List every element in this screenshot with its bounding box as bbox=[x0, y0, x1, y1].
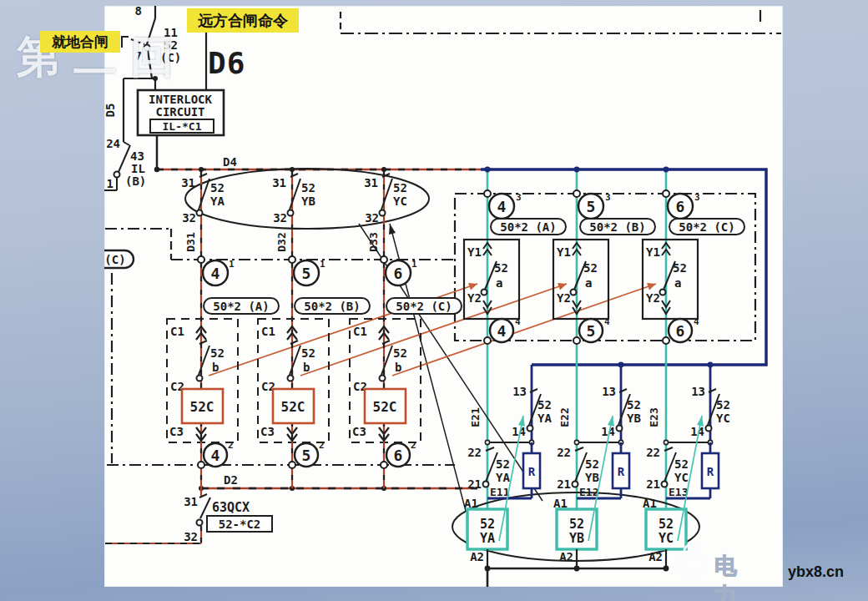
svg-text:YB: YB bbox=[585, 471, 599, 484]
svg-text:52: 52 bbox=[673, 261, 687, 275]
svg-text:YC: YC bbox=[393, 194, 407, 208]
svg-text:21: 21 bbox=[557, 477, 571, 491]
svg-text:50*2 (B): 50*2 (B) bbox=[589, 220, 645, 234]
svg-text:31: 31 bbox=[272, 176, 286, 189]
svg-text:YB: YB bbox=[301, 194, 315, 208]
interlock-circuit-box: INTERLOCK CIRCUIT IL-*C1 bbox=[138, 90, 224, 135]
svg-text:52C: 52C bbox=[281, 399, 305, 415]
svg-text:Y1: Y1 bbox=[467, 245, 482, 259]
svg-text:A2: A2 bbox=[648, 550, 663, 563]
svg-text:YB: YB bbox=[569, 531, 584, 546]
svg-text:2: 2 bbox=[319, 440, 325, 451]
svg-text:31: 31 bbox=[364, 176, 378, 189]
svg-text:3: 3 bbox=[516, 192, 522, 203]
svg-text:D33: D33 bbox=[367, 232, 380, 251]
svg-text:52: 52 bbox=[585, 457, 599, 471]
svg-text:52: 52 bbox=[301, 181, 315, 194]
svg-text:C3: C3 bbox=[169, 425, 184, 438]
terminal-8: 8 bbox=[135, 4, 142, 18]
svg-text:52C: 52C bbox=[373, 399, 397, 415]
svg-text:Y1: Y1 bbox=[557, 245, 571, 259]
svg-text:50*2 (A): 50*2 (A) bbox=[213, 300, 269, 313]
svg-text:Y1: Y1 bbox=[646, 245, 660, 259]
brand-title: 电力知识课堂 bbox=[714, 551, 738, 601]
svg-text:b: b bbox=[395, 361, 401, 374]
slide: 8 7 11 52 (C) D6 D5 D4 INTERLOCK CIRCUIT… bbox=[0, 0, 868, 601]
svg-text:22: 22 bbox=[646, 446, 660, 459]
svg-text:E11: E11 bbox=[490, 486, 510, 498]
svg-text:52: 52 bbox=[583, 261, 598, 275]
label-remote-close: 远方合闸命令 bbox=[187, 8, 299, 33]
svg-text:YA: YA bbox=[210, 194, 225, 208]
svg-text:1: 1 bbox=[229, 259, 235, 270]
svg-text:52: 52 bbox=[210, 346, 225, 360]
svg-text:C3: C3 bbox=[352, 425, 366, 438]
svg-text:4: 4 bbox=[515, 316, 521, 327]
svg-text:52: 52 bbox=[393, 346, 407, 360]
svg-text:a: a bbox=[674, 276, 681, 290]
schematic-canvas: 8 7 11 52 (C) D6 D5 D4 INTERLOCK CIRCUIT… bbox=[0, 0, 868, 601]
svg-text:21: 21 bbox=[646, 477, 660, 491]
svg-text:6: 6 bbox=[394, 447, 403, 464]
svg-text:52: 52 bbox=[494, 261, 508, 275]
svg-text:(C): (C) bbox=[104, 253, 125, 266]
svg-text:1: 1 bbox=[411, 259, 417, 270]
svg-text:C1: C1 bbox=[170, 325, 184, 338]
svg-text:a: a bbox=[496, 276, 502, 290]
svg-text:52: 52 bbox=[496, 457, 510, 471]
svg-text:E21: E21 bbox=[469, 407, 482, 427]
svg-text:A2: A2 bbox=[559, 550, 573, 563]
svg-text:R: R bbox=[618, 465, 625, 478]
svg-text:52: 52 bbox=[569, 517, 584, 532]
svg-text:YA: YA bbox=[496, 471, 510, 484]
svg-text:R: R bbox=[707, 465, 714, 478]
svg-text:D31: D31 bbox=[184, 232, 197, 252]
label-b-phase: (B) bbox=[125, 174, 146, 188]
svg-text:4: 4 bbox=[497, 322, 507, 340]
sheet-label-d6: D6 bbox=[208, 46, 245, 80]
svg-text:4: 4 bbox=[211, 265, 220, 282]
svg-text:3: 3 bbox=[694, 192, 700, 203]
svg-text:YC: YC bbox=[716, 412, 730, 425]
svg-text:YC: YC bbox=[659, 531, 674, 546]
interlock-line2: CIRCUIT bbox=[155, 105, 204, 119]
svg-text:4: 4 bbox=[694, 316, 699, 327]
svg-text:4: 4 bbox=[497, 198, 507, 215]
svg-text:6: 6 bbox=[394, 265, 403, 282]
svg-text:21: 21 bbox=[467, 477, 482, 491]
svg-text:A2: A2 bbox=[470, 550, 484, 563]
interlock-tag: IL-*C1 bbox=[163, 120, 202, 133]
svg-text:YB: YB bbox=[627, 412, 641, 425]
svg-text:32: 32 bbox=[182, 211, 196, 225]
terminal-1: 1 bbox=[107, 177, 114, 190]
label-43: 43 bbox=[130, 149, 144, 163]
label-local-close: 就地合闸 bbox=[40, 31, 120, 53]
svg-text:YC: YC bbox=[674, 471, 689, 484]
svg-text:52: 52 bbox=[627, 398, 641, 412]
svg-text:D32: D32 bbox=[275, 232, 288, 251]
svg-text:52-*C2: 52-*C2 bbox=[219, 518, 261, 531]
svg-text:22: 22 bbox=[557, 446, 571, 459]
svg-text:50*2 (B): 50*2 (B) bbox=[304, 300, 360, 313]
svg-text:32: 32 bbox=[184, 530, 198, 543]
svg-text:22: 22 bbox=[467, 446, 482, 459]
svg-text:C3: C3 bbox=[260, 425, 275, 438]
svg-text:52: 52 bbox=[480, 517, 495, 532]
svg-text:2: 2 bbox=[228, 440, 234, 451]
svg-text:2: 2 bbox=[411, 440, 416, 451]
bus-label-d4: D4 bbox=[223, 155, 237, 169]
svg-text:5: 5 bbox=[302, 265, 311, 282]
svg-text:E13: E13 bbox=[669, 486, 688, 498]
svg-text:C1: C1 bbox=[353, 325, 367, 338]
svg-text:4: 4 bbox=[211, 447, 220, 464]
svg-text:52: 52 bbox=[210, 181, 225, 194]
svg-text:YA: YA bbox=[537, 412, 552, 425]
svg-text:5: 5 bbox=[302, 447, 311, 464]
svg-text:13: 13 bbox=[602, 385, 616, 398]
svg-text:52: 52 bbox=[674, 457, 689, 471]
svg-text:C1: C1 bbox=[261, 325, 275, 338]
svg-text:31: 31 bbox=[184, 495, 198, 508]
svg-text:Y2: Y2 bbox=[646, 291, 660, 305]
svg-text:52: 52 bbox=[659, 517, 674, 532]
svg-text:Y2: Y2 bbox=[467, 291, 482, 305]
